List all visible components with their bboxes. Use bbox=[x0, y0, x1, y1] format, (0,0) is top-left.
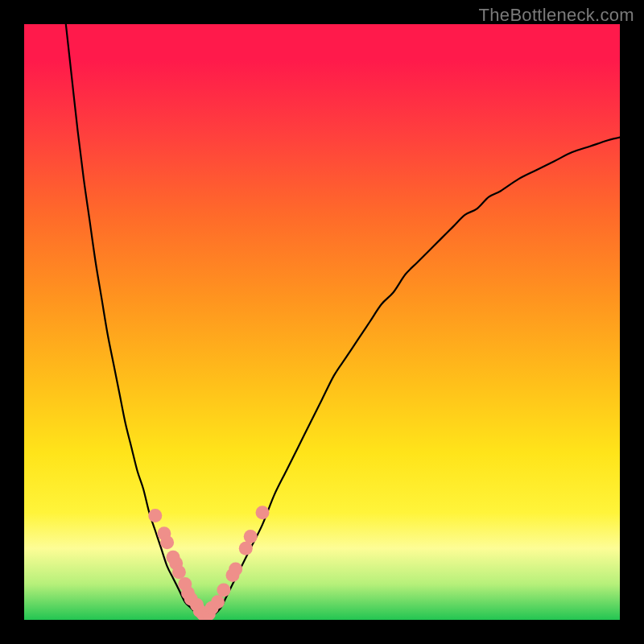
data-dot bbox=[148, 509, 162, 522]
watermark-text: TheBottleneck.com bbox=[479, 5, 634, 26]
data-dot bbox=[244, 530, 258, 543]
data-dot bbox=[229, 563, 242, 576]
data-dot bbox=[172, 565, 186, 579]
chart-frame: TheBottleneck.com bbox=[0, 0, 644, 644]
chart-svg bbox=[24, 24, 620, 620]
bottleneck-curve bbox=[66, 24, 620, 617]
plot-area bbox=[24, 24, 620, 620]
data-dot bbox=[217, 584, 230, 597]
data-dot bbox=[239, 542, 253, 555]
data-dot bbox=[211, 595, 225, 609]
data-dot bbox=[256, 506, 270, 519]
data-dot bbox=[160, 535, 174, 549]
